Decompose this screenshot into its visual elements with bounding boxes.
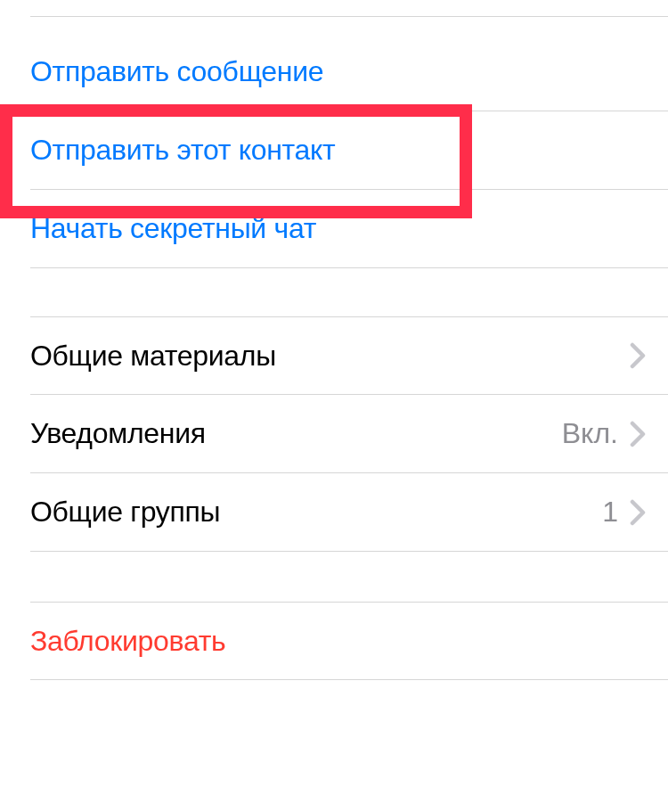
send-message-label: Отправить сообщение <box>30 55 323 88</box>
share-contact-label: Отправить этот контакт <box>30 134 335 167</box>
notifications-label: Уведомления <box>30 417 206 450</box>
block-row[interactable]: Заблокировать <box>30 602 668 680</box>
actions-section: Отправить сообщение Отправить этот конта… <box>0 33 668 268</box>
settings-section: Общие материалы Уведомления Вкл. <box>0 316 668 552</box>
block-section: Заблокировать <box>0 602 668 680</box>
send-message-row[interactable]: Отправить сообщение <box>30 33 668 111</box>
share-contact-row[interactable]: Отправить этот контакт <box>30 111 668 190</box>
contact-info-screen: Отправить сообщение Отправить этот конта… <box>0 16 668 680</box>
common-groups-label: Общие группы <box>30 496 220 529</box>
chevron-right-icon <box>629 421 648 447</box>
start-secret-chat-row[interactable]: Начать секретный чат <box>30 190 668 268</box>
top-divider <box>30 16 668 17</box>
common-groups-value: 1 <box>602 496 618 529</box>
block-label: Заблокировать <box>30 625 225 658</box>
start-secret-chat-label: Начать секретный чат <box>30 212 316 245</box>
chevron-right-icon <box>629 342 648 369</box>
shared-media-label: Общие материалы <box>30 340 276 373</box>
shared-media-row[interactable]: Общие материалы <box>30 316 668 395</box>
chevron-right-icon <box>629 499 648 526</box>
notifications-row[interactable]: Уведомления Вкл. <box>30 395 668 473</box>
common-groups-row[interactable]: Общие группы 1 <box>30 473 668 552</box>
notifications-value: Вкл. <box>562 417 618 450</box>
